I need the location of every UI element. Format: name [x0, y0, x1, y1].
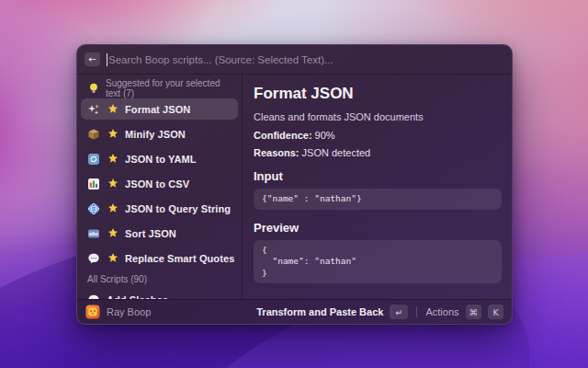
app-name: Ray Boop	[107, 306, 151, 317]
svg-text:abc: abc	[89, 231, 98, 236]
favorite-star-icon	[107, 227, 119, 240]
search-input[interactable]	[108, 54, 503, 65]
search-bar: ←	[77, 45, 512, 75]
main-content: Suggested for your selected text (7) For…	[77, 75, 512, 299]
sidebar-item-minify-json[interactable]: Minify JSON	[81, 123, 238, 144]
desktop-wallpaper: ← Suggested for your selected text (7)	[0, 0, 588, 368]
actions-button[interactable]: Actions	[425, 306, 458, 317]
sidebar-item-label: JSON to Query String	[125, 203, 231, 214]
sidebar-item-sort-json[interactable]: abc Sort JSON	[81, 223, 238, 244]
section-header-label: All Scripts (90)	[87, 274, 147, 284]
back-arrow-icon: ←	[88, 53, 96, 66]
globe-icon	[87, 202, 100, 215]
confidence-label: Confidence:	[254, 130, 312, 141]
section-header-suggested: Suggested for your selected text (7)	[81, 80, 238, 96]
favorite-star-icon	[107, 252, 119, 265]
confidence-value: 90%	[312, 130, 335, 141]
back-button[interactable]: ←	[85, 52, 100, 66]
detail-title: Format JSON	[254, 85, 502, 103]
preview-code-block: { "name": "nathan" }	[254, 240, 502, 284]
script-list: Suggested for your selected text (7) For…	[77, 75, 242, 299]
favorite-star-icon	[107, 103, 119, 116]
sidebar-item-add-slashes[interactable]: Add Slashes	[81, 289, 238, 299]
bar-chart-icon	[87, 178, 100, 190]
input-heading: Input	[254, 169, 502, 183]
return-key-badge[interactable]: ↵	[390, 305, 408, 319]
sidebar-item-label: Format JSON	[125, 104, 190, 115]
detail-reasons: Reasons: JSON detected	[254, 147, 502, 158]
favorite-star-icon	[107, 202, 119, 215]
reasons-label: Reasons:	[254, 147, 300, 158]
sidebar-item-json-to-query-string[interactable]: JSON to Query String	[81, 198, 238, 219]
footer-divider	[416, 306, 417, 317]
sparkles-icon	[87, 103, 100, 116]
detail-description: Cleans and formats JSON documents	[254, 111, 502, 122]
ray-boop-window: ← Suggested for your selected text (7)	[76, 44, 513, 325]
sidebar-item-json-to-csv[interactable]: JSON to CSV	[81, 173, 238, 194]
primary-action-button[interactable]: Transform and Paste Back	[256, 306, 383, 317]
sidebar-item-label: JSON to CSV	[125, 178, 189, 190]
sidebar-item-label: Replace Smart Quotes	[125, 253, 234, 264]
sidebar-item-label: JSON to YAML	[125, 154, 197, 165]
sidebar-item-label: Minify JSON	[125, 129, 186, 140]
action-bar: Ray Boop Transform and Paste Back ↵ Acti…	[77, 299, 512, 324]
section-header-label: Suggested for your selected text (7)	[106, 78, 232, 98]
sidebar-item-format-json[interactable]: Format JSON	[81, 98, 238, 120]
favorite-star-icon	[107, 153, 119, 166]
speech-balloon-icon	[87, 252, 100, 265]
detail-confidence: Confidence: 90%	[254, 130, 502, 141]
sidebar-item-json-to-yaml[interactable]: JSON to YAML	[81, 148, 238, 169]
boop-app-icon	[85, 305, 100, 319]
abc-icon: abc	[87, 227, 100, 240]
cmd-key-badge[interactable]: ⌘	[466, 305, 482, 319]
package-icon	[87, 128, 100, 141]
preview-heading: Preview	[254, 221, 502, 235]
favorite-star-icon	[107, 128, 119, 141]
sidebar-item-replace-smart-quotes[interactable]: Replace Smart Quotes	[81, 247, 238, 269]
favorite-star-icon	[107, 178, 119, 190]
text-caret	[107, 53, 107, 66]
input-code-block: {"name" : "nathan"}	[254, 189, 502, 210]
reasons-value: JSON detected	[300, 147, 371, 158]
k-key-badge[interactable]: K	[488, 305, 503, 319]
sidebar-item-label: Sort JSON	[125, 228, 176, 239]
section-header-all-scripts: All Scripts (90)	[81, 272, 238, 286]
lightbulb-icon	[87, 82, 100, 95]
arrows-cycle-icon	[87, 153, 100, 166]
script-detail-panel: Format JSON Cleans and formats JSON docu…	[243, 75, 512, 299]
